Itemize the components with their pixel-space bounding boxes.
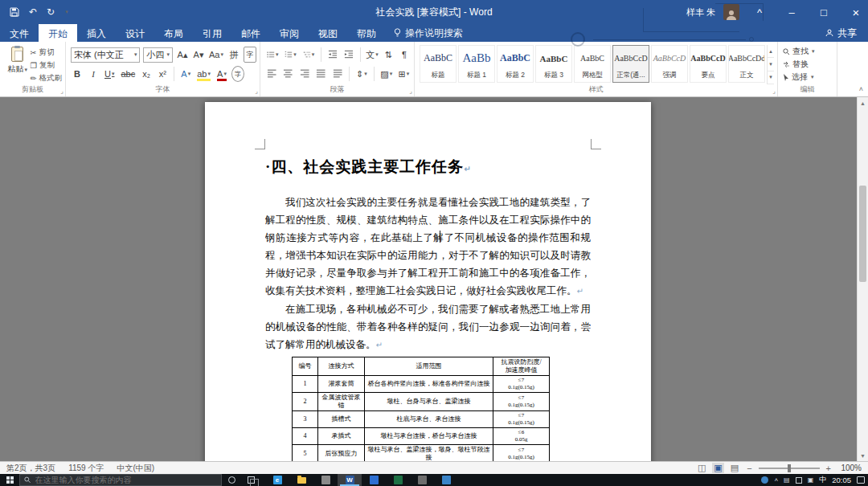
document-page[interactable]: ·四、社会实践主要工作任务↵ 我们这次社会实践的主要任务就是看懂社会实践工地的建… — [205, 102, 651, 461]
superscript-button[interactable]: x² — [156, 66, 169, 82]
network-icon[interactable] — [796, 477, 802, 484]
style-gallery-more-icon[interactable]: ▾ — [768, 71, 774, 84]
cortana-button[interactable] — [222, 474, 241, 486]
shrink-font-button[interactable]: A▾ — [192, 47, 205, 63]
justify-button[interactable] — [314, 66, 327, 82]
zoom-out-icon[interactable]: − — [745, 464, 753, 473]
style-chip-body[interactable]: AaBbCcDd正文 — [728, 45, 765, 83]
tab-home[interactable]: 开始 — [39, 24, 77, 42]
font-color-button[interactable]: A▾ — [215, 66, 228, 82]
taskbar-search[interactable] — [19, 474, 222, 486]
style-chip-heading3[interactable]: AaBbC标题 3 — [535, 45, 572, 83]
taskbar-app-6[interactable] — [386, 474, 410, 486]
style-chip-normal-selected[interactable]: AaBbCcD正常(通... — [612, 45, 649, 83]
tray-app-icon[interactable] — [761, 476, 768, 484]
tell-me-search[interactable]: 操作说明搜索 — [386, 24, 471, 42]
select-button[interactable]: 选择▾ — [783, 71, 833, 84]
save-icon[interactable] — [10, 7, 19, 17]
taskbar-app-3[interactable] — [313, 474, 338, 486]
page-indicator[interactable]: 第2页，共3页 — [6, 463, 55, 474]
style-chip-emphasis[interactable]: AaBbCcD强调 — [651, 45, 688, 83]
align-right-button[interactable] — [298, 66, 311, 82]
phonetic-guide-button[interactable]: 拼 — [227, 47, 240, 63]
tab-help[interactable]: 帮助 — [347, 24, 386, 42]
underline-button[interactable]: U▾ — [103, 66, 116, 82]
word-count[interactable]: 1159 个字 — [68, 463, 104, 474]
tab-layout[interactable]: 布局 — [154, 24, 193, 42]
format-painter-button[interactable]: ✏ 格式刷 — [31, 72, 62, 84]
tab-mailings[interactable]: 邮件 — [231, 24, 270, 42]
tab-review[interactable]: 审阅 — [270, 24, 309, 42]
styles-dialog-launcher-icon[interactable]: ⌟ — [772, 88, 776, 95]
scrollbar-thumb[interactable] — [859, 186, 866, 282]
scrollbar-up-icon[interactable]: ▲ — [858, 97, 868, 108]
zoom-slider-thumb[interactable] — [788, 464, 791, 472]
align-center-button[interactable] — [281, 66, 294, 82]
style-gallery-down-icon[interactable]: ▾ — [768, 58, 774, 71]
taskbar-app-8[interactable] — [434, 474, 458, 486]
web-layout-icon[interactable]: ▤ — [729, 463, 740, 473]
share-button[interactable]: 共享 — [814, 24, 868, 42]
shading-button[interactable]: ▨▾ — [379, 66, 394, 82]
bullets-button[interactable]: ▾ — [265, 47, 280, 63]
grow-font-button[interactable]: A▴ — [176, 47, 189, 63]
show-hidden-icons-chevron[interactable]: ˄ — [774, 476, 778, 484]
undo-icon[interactable]: ↶ — [29, 6, 37, 18]
asian-layout-button[interactable]: 文▾ — [366, 47, 379, 63]
action-center-icon[interactable] — [857, 476, 865, 484]
tab-file[interactable]: 文件 — [0, 24, 39, 42]
cut-button[interactable]: ✂ 剪切 — [31, 47, 62, 59]
style-chip-grid[interactable]: AaBbC网格型 — [574, 45, 611, 83]
taskbar-app-5[interactable] — [362, 474, 386, 486]
print-layout-icon[interactable]: ▣ — [712, 463, 723, 473]
redo-icon[interactable]: ↻ — [47, 6, 55, 18]
search-input[interactable] — [35, 476, 218, 484]
sort-button[interactable]: ⇅ — [382, 47, 395, 63]
style-chip-heading1[interactable]: AaBb标题 1 — [458, 45, 495, 83]
subscript-button[interactable]: x₂ — [140, 66, 153, 82]
ribbon-display-options-icon[interactable]: ^ — [747, 0, 772, 24]
character-border-button[interactable]: 字 — [244, 47, 256, 63]
copy-button[interactable]: ❐ 复制 — [31, 59, 62, 71]
enclose-characters-button[interactable]: 字 — [231, 66, 244, 82]
language-indicator[interactable]: 中文(中国) — [117, 463, 154, 474]
paste-button[interactable]: 粘贴▾ — [5, 45, 31, 84]
style-gallery-up-icon[interactable]: ▴ — [768, 45, 774, 58]
decrease-indent-button[interactable] — [326, 47, 339, 63]
read-mode-icon[interactable]: ◫ — [696, 463, 707, 473]
numbering-button[interactable]: ▾ — [283, 47, 297, 63]
zoom-slider[interactable] — [759, 468, 820, 469]
minimize-button[interactable]: – — [780, 0, 804, 24]
close-button[interactable]: × — [844, 0, 868, 24]
replace-button[interactable]: 替换 — [783, 58, 833, 71]
taskbar-app-edge[interactable]: e — [265, 474, 289, 486]
font-name-combo[interactable]: 宋体 (中文正▾ — [71, 47, 140, 63]
italic-button[interactable]: I — [87, 66, 100, 82]
task-view-button[interactable] — [241, 474, 260, 486]
tab-design[interactable]: 设计 — [116, 24, 154, 42]
style-chip-strong[interactable]: AaBbCcD要点 — [690, 45, 727, 83]
font-size-combo[interactable]: 小四▾ — [143, 47, 173, 63]
find-button[interactable]: 查找▾ — [783, 45, 833, 58]
multilevel-list-button[interactable]: ▾ — [301, 47, 316, 63]
maximize-button[interactable]: □ — [812, 0, 836, 24]
signed-in-user[interactable]: 样丰 朱 — [686, 6, 715, 18]
tab-references[interactable]: 引用 — [193, 24, 231, 42]
zoom-in-icon[interactable]: + — [825, 464, 833, 473]
style-chip-heading[interactable]: AaBbC标题 — [420, 45, 457, 83]
show-hide-marks-button[interactable]: ¶ — [398, 47, 411, 63]
font-dialog-launcher-icon[interactable]: ⌟ — [255, 88, 258, 95]
volume-icon[interactable]: ▣ — [808, 476, 814, 484]
clock[interactable]: 20:05 — [832, 476, 851, 484]
distribute-button[interactable] — [331, 66, 344, 82]
style-chip-heading2[interactable]: AaBbC标题 2 — [497, 45, 534, 83]
taskbar-app-word-active[interactable]: W — [338, 474, 362, 486]
tray-status-icon[interactable]: ▤ — [784, 476, 790, 484]
taskbar-app-7[interactable] — [410, 474, 434, 486]
qat-customize-icon[interactable]: ▾ — [65, 9, 68, 15]
collapse-ribbon-icon[interactable]: ˄ — [859, 85, 863, 93]
ime-indicator[interactable]: 中 — [819, 475, 826, 485]
clipboard-dialog-launcher-icon[interactable]: ⌟ — [60, 88, 63, 95]
align-left-button[interactable] — [265, 66, 278, 82]
scrollbar-down-icon[interactable]: ▼ — [858, 450, 868, 461]
